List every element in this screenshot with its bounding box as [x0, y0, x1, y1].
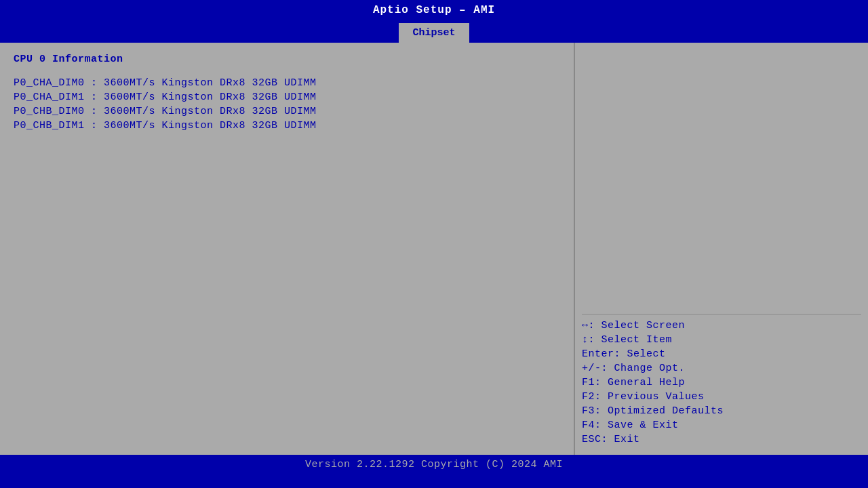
- right-panel: ↔: Select Screen↕: Select ItemEnter: Sel…: [575, 43, 868, 455]
- footer-text: Version 2.22.1292 Copyright (C) 2024 AMI: [305, 459, 563, 470]
- section-title: CPU 0 Information: [14, 54, 560, 65]
- footer-bar: Version 2.22.1292 Copyright (C) 2024 AMI: [0, 455, 868, 474]
- tab-chipset[interactable]: Chipset: [399, 23, 469, 43]
- help-row-6: F3: Optimized Defaults: [582, 405, 861, 417]
- help-row-3: +/-: Change Opt.: [582, 363, 861, 374]
- memory-row-2: P0_CHB_DIM0 : 3600MT/s Kingston DRx8 32G…: [14, 106, 560, 117]
- left-panel: CPU 0 Information P0_CHA_DIM0 : 3600MT/s…: [0, 43, 575, 455]
- memory-list: P0_CHA_DIM0 : 3600MT/s Kingston DRx8 32G…: [14, 77, 560, 131]
- help-row-4: F1: General Help: [582, 377, 861, 388]
- help-row-2: Enter: Select: [582, 348, 861, 360]
- memory-row-3: P0_CHB_DIM1 : 3600MT/s Kingston DRx8 32G…: [14, 120, 560, 131]
- help-row-8: ESC: Exit: [582, 434, 861, 445]
- right-top-area: [582, 49, 861, 314]
- help-row-5: F2: Previous Values: [582, 391, 861, 403]
- help-row-0: ↔: Select Screen: [582, 320, 861, 331]
- memory-row-1: P0_CHA_DIM1 : 3600MT/s Kingston DRx8 32G…: [14, 92, 560, 103]
- help-row-1: ↕: Select Item: [582, 334, 861, 346]
- main-content: CPU 0 Information P0_CHA_DIM0 : 3600MT/s…: [0, 43, 868, 455]
- header-bar: Aptio Setup – AMI: [0, 0, 868, 20]
- memory-row-0: P0_CHA_DIM0 : 3600MT/s Kingston DRx8 32G…: [14, 77, 560, 89]
- help-row-7: F4: Save & Exit: [582, 420, 861, 431]
- header-title: Aptio Setup – AMI: [373, 4, 495, 16]
- help-area: ↔: Select Screen↕: Select ItemEnter: Sel…: [582, 314, 861, 448]
- tab-bar: Chipset: [0, 20, 868, 43]
